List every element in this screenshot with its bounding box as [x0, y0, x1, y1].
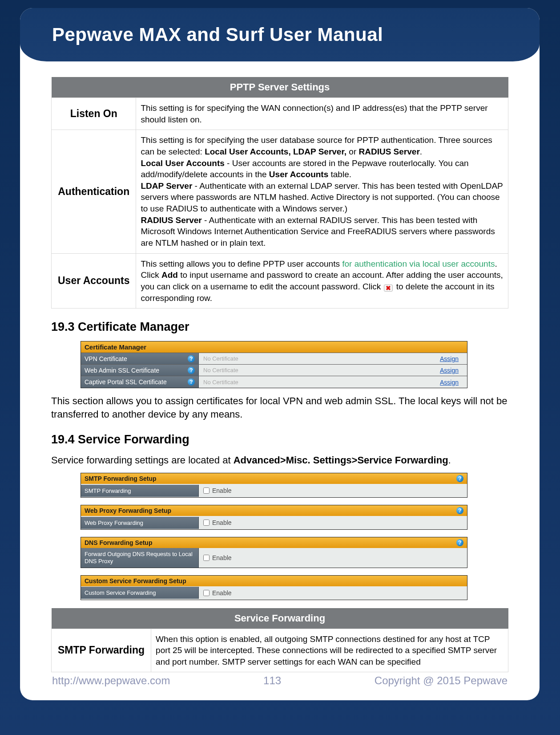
svc-group-webproxy: Web Proxy Forwarding Setup ? Web Proxy F…: [81, 505, 467, 530]
help-icon[interactable]: ?: [188, 378, 195, 386]
cert-paragraph: This section allows you to assign certif…: [51, 394, 508, 421]
pptp-table-title: PPTP Server Settings: [52, 77, 508, 98]
svc-group-smtp: SMTP Forwarding Setup ? SMTP Forwarding …: [81, 473, 467, 498]
service-forwarding-screenshot: SMTP Forwarding Setup ? SMTP Forwarding …: [81, 473, 467, 600]
cert-label-text: Captive Portal SSL Certificate: [85, 378, 167, 386]
svc-intro-pre: Service forwarding settings are located …: [51, 455, 234, 466]
auth-local-tail: table.: [328, 170, 351, 179]
svc-row-label: SMTP Forwarding: [81, 485, 199, 497]
auth-ldap-text: - Authenticate with an external LDAP ser…: [141, 181, 503, 213]
svc-intro-bold: Advanced>Misc. Settings>Service Forwardi…: [234, 455, 448, 466]
svc-row-label: Forward Outgoing DNS Requests to Local D…: [81, 548, 199, 567]
heading-19-4: 19.4 Service Forwarding: [51, 433, 508, 447]
enable-checkbox[interactable]: [203, 590, 209, 596]
ua-pre: This setting allows you to define PPTP u…: [141, 259, 342, 268]
enable-label: Enable: [212, 519, 232, 526]
service-forwarding-table: Service Forwarding SMTP Forwarding When …: [51, 608, 508, 673]
auth-sources-bold: Local User Accounts, LDAP Server,: [205, 147, 346, 156]
footer-copyright: Copyright @ 2015 Pepwave: [375, 674, 508, 687]
svc-row-label: Custom Service Forwarding: [81, 587, 199, 599]
page-content: PPTP Server Settings Listen On This sett…: [51, 77, 508, 660]
delete-icon: ✖: [384, 284, 393, 292]
heading-19-3: 19.3 Certificate Manager: [51, 320, 508, 334]
assign-link[interactable]: Assign: [440, 367, 459, 374]
svc-group-dns: DNS Forwarding Setup ? Forward Outgoing …: [81, 537, 467, 568]
footer-url: http://www.pepwave.com: [52, 674, 170, 687]
cert-row-label: Captive Portal SSL Certificate ?: [81, 376, 199, 388]
label-user-accounts: User Accounts: [52, 253, 136, 309]
help-icon[interactable]: ?: [188, 367, 195, 374]
auth-ldap-label: LDAP Server: [141, 181, 192, 191]
svc-table-title: Service Forwarding: [52, 608, 508, 629]
enable-label: Enable: [212, 554, 232, 561]
svc-group-title: Web Proxy Forwarding Setup ?: [81, 505, 467, 516]
cert-row: Captive Portal SSL Certificate ? No Cert…: [81, 376, 467, 388]
row-authentication: Authentication This setting is for speci…: [52, 130, 508, 253]
auth-period: .: [420, 147, 422, 156]
help-icon[interactable]: ?: [456, 475, 463, 482]
auth-radius-bold: RADIUS Server: [359, 147, 420, 156]
svc-group-custom: Custom Service Forwarding Setup Custom S…: [81, 575, 467, 600]
page-footer: http://www.pepwave.com 113 Copyright @ 2…: [52, 674, 508, 687]
row-listen-on: Listen On This setting is for specifying…: [52, 98, 508, 130]
desc-user-accounts: This setting allows you to define PPTP u…: [136, 253, 508, 309]
cert-row-value: No Certificate: [199, 367, 431, 374]
enable-label: Enable: [212, 487, 232, 494]
desc-smtp-forwarding: When this option is enabled, all outgoin…: [151, 629, 508, 672]
svc-group-title: SMTP Forwarding Setup ?: [81, 473, 467, 484]
svc-group-title: DNS Forwarding Setup ?: [81, 537, 467, 548]
enable-checkbox[interactable]: [203, 520, 209, 526]
svc-intro: Service forwarding settings are located …: [51, 454, 508, 467]
svc-title-text: DNS Forwarding Setup: [85, 539, 152, 546]
cert-row-value: No Certificate: [199, 379, 431, 386]
ua-add-bold: Add: [161, 270, 178, 280]
row-smtp-forwarding: SMTP Forwarding When this option is enab…: [52, 629, 508, 672]
svc-title-text: Web Proxy Forwarding Setup: [85, 507, 171, 514]
page-card: Pepwave MAX and Surf User Manual PPTP Se…: [20, 8, 540, 700]
enable-checkbox[interactable]: [203, 487, 209, 494]
cert-label-text: VPN Certificate: [85, 355, 127, 362]
label-authentication: Authentication: [52, 130, 136, 253]
label-smtp-forwarding: SMTP Forwarding: [52, 629, 151, 672]
assign-link[interactable]: Assign: [440, 355, 459, 362]
cert-row: VPN Certificate ? No Certificate Assign: [81, 353, 467, 365]
cert-label-text: Web Admin SSL Certificate: [85, 367, 159, 374]
cert-row-value: No Certificate: [199, 355, 431, 362]
assign-link[interactable]: Assign: [440, 379, 459, 386]
cert-row-label: VPN Certificate ?: [81, 353, 199, 364]
auth-or: or: [346, 147, 359, 156]
auth-local-bold2: User Accounts: [269, 170, 328, 179]
cert-row-label: Web Admin SSL Certificate ?: [81, 365, 199, 376]
enable-label: Enable: [212, 589, 232, 597]
enable-checkbox[interactable]: [203, 555, 209, 561]
svc-intro-post: .: [448, 455, 451, 466]
svc-row-label: Web Proxy Forwarding: [81, 517, 199, 529]
svc-group-title: Custom Service Forwarding Setup: [81, 576, 467, 586]
desc-authentication: This setting is for specifying the user …: [136, 130, 508, 253]
document-title: Pepwave MAX and Surf User Manual: [52, 24, 383, 45]
help-icon[interactable]: ?: [456, 539, 463, 546]
certificate-manager-screenshot: Certificate Manager VPN Certificate ? No…: [81, 341, 467, 388]
auth-radius-label: RADIUS Server: [141, 215, 201, 225]
auth-local-label: Local User Accounts: [141, 158, 224, 168]
help-icon[interactable]: ?: [456, 507, 463, 514]
footer-page-number: 113: [170, 674, 374, 687]
ua-green: for authentication via local user accoun…: [342, 259, 495, 268]
cert-row: Web Admin SSL Certificate ? No Certifica…: [81, 365, 467, 376]
cert-title: Certificate Manager: [81, 341, 467, 353]
svc-title-text: SMTP Forwarding Setup: [85, 475, 157, 482]
help-icon[interactable]: ?: [188, 355, 195, 362]
label-listen-on: Listen On: [52, 98, 136, 130]
header-band: Pepwave MAX and Surf User Manual: [20, 8, 540, 61]
svc-title-text: Custom Service Forwarding Setup: [85, 577, 186, 585]
desc-listen-on: This setting is for specifying the WAN c…: [136, 98, 508, 130]
row-user-accounts: User Accounts This setting allows you to…: [52, 253, 508, 309]
pptp-settings-table: PPTP Server Settings Listen On This sett…: [51, 77, 508, 309]
